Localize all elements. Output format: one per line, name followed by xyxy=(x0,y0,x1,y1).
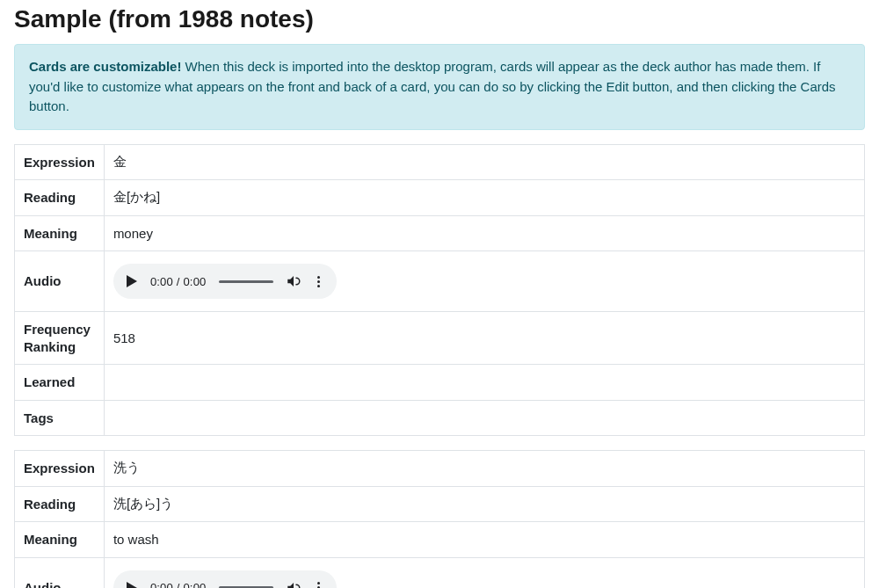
table-row: Audio 0:00 / 0:00 xyxy=(15,251,865,312)
table-row: Reading 洗[あら]う xyxy=(15,486,865,522)
info-alert: Cards are customizable! When this deck i… xyxy=(14,44,865,130)
field-label-learned: Learned xyxy=(15,365,105,401)
info-alert-strong: Cards are customizable! xyxy=(29,59,181,74)
table-row: Meaning to wash xyxy=(15,522,865,558)
audio-time: 0:00 / 0:00 xyxy=(150,581,207,588)
audio-progress[interactable] xyxy=(219,280,273,283)
table-row: Meaning money xyxy=(15,215,865,251)
field-label-expression: Expression xyxy=(15,451,105,487)
field-label-expression: Expression xyxy=(15,144,105,180)
page-title: Sample (from 1988 notes) xyxy=(14,5,865,33)
field-value-frequency: 518 xyxy=(104,312,864,365)
note-table: Expression 洗う Reading 洗[あら]う Meaning to … xyxy=(14,450,865,588)
field-value-expression: 洗う xyxy=(104,451,864,487)
table-row: Expression 洗う xyxy=(15,451,865,487)
field-value-expression: 金 xyxy=(104,144,864,180)
field-value-audio: 0:00 / 0:00 xyxy=(104,557,864,588)
field-value-learned xyxy=(104,365,864,401)
volume-icon[interactable] xyxy=(286,273,301,289)
field-value-meaning: money xyxy=(104,215,864,251)
audio-time: 0:00 / 0:00 xyxy=(150,275,207,288)
field-value-reading: 金[かね] xyxy=(104,180,864,216)
play-icon[interactable] xyxy=(126,275,138,287)
table-row: Expression 金 xyxy=(15,144,865,180)
note-table: Expression 金 Reading 金[かね] Meaning money… xyxy=(14,144,865,437)
field-label-meaning: Meaning xyxy=(15,215,105,251)
field-label-frequency: Frequency Ranking xyxy=(15,312,105,365)
field-label-tags: Tags xyxy=(15,400,105,436)
field-label-audio: Audio xyxy=(15,557,105,588)
table-row: Tags xyxy=(15,400,865,436)
table-row: Frequency Ranking 518 xyxy=(15,312,865,365)
table-row: Audio 0:00 / 0:00 xyxy=(15,557,865,588)
field-label-reading: Reading xyxy=(15,180,105,216)
play-icon[interactable] xyxy=(126,582,138,589)
field-label-reading: Reading xyxy=(15,486,105,522)
field-value-reading: 洗[あら]う xyxy=(104,486,864,522)
field-value-tags xyxy=(104,400,864,436)
audio-player[interactable]: 0:00 / 0:00 xyxy=(113,570,337,589)
field-label-audio: Audio xyxy=(15,251,105,312)
field-value-meaning: to wash xyxy=(104,522,864,558)
audio-menu-icon[interactable] xyxy=(314,276,324,287)
field-label-meaning: Meaning xyxy=(15,522,105,558)
table-row: Reading 金[かね] xyxy=(15,180,865,216)
volume-icon[interactable] xyxy=(286,580,301,589)
table-row: Learned xyxy=(15,365,865,401)
audio-menu-icon[interactable] xyxy=(314,582,324,588)
audio-player[interactable]: 0:00 / 0:00 xyxy=(113,264,337,299)
field-value-audio: 0:00 / 0:00 xyxy=(104,251,864,312)
